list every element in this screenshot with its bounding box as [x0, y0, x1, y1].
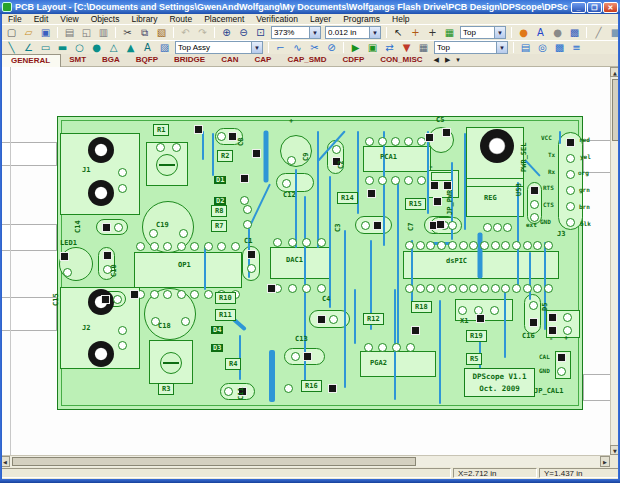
tab-bga[interactable]: BGA: [94, 54, 128, 66]
menu-verification[interactable]: Verification: [250, 14, 304, 24]
ic-pca1: [363, 146, 431, 172]
rectangle-button[interactable]: ▭: [37, 41, 54, 54]
tab-cdfp[interactable]: CDFP: [335, 54, 373, 66]
cut-icon: ✂: [123, 27, 131, 38]
tab-can[interactable]: CAN: [213, 54, 246, 66]
undo-button[interactable]: ↶: [177, 26, 194, 39]
horizontal-scroll-thumb[interactable]: [12, 457, 416, 466]
draw-layer-combo-dropdown-arrow[interactable]: ▼: [251, 42, 262, 53]
menu-programs[interactable]: Programs: [337, 14, 386, 24]
ellipse-button[interactable]: ○: [71, 41, 88, 54]
pad: [150, 242, 159, 251]
tab-cap[interactable]: CAP: [247, 54, 280, 66]
square-pad: [61, 253, 68, 260]
copper-trace: [478, 232, 483, 278]
drc-button[interactable]: ▼: [398, 41, 415, 54]
route-manual-button[interactable]: ⌐: [272, 41, 289, 54]
menu-edit[interactable]: Edit: [28, 14, 55, 24]
menu-file[interactable]: File: [2, 14, 28, 24]
component-layer-combo-dropdown-arrow[interactable]: ▼: [494, 27, 505, 38]
menu-library[interactable]: Library: [125, 14, 163, 24]
filled-ellipse-button[interactable]: ●: [88, 41, 105, 54]
filled-rectangle-button[interactable]: ▬: [54, 41, 71, 54]
save-button[interactable]: ▣: [37, 26, 54, 39]
label-c7: C7: [407, 223, 415, 231]
marker-gray-button[interactable]: ●: [549, 26, 566, 39]
import-button[interactable]: ⇄: [381, 41, 398, 54]
open-button[interactable]: ▱: [20, 26, 37, 39]
signal-layer-combo-value: Top: [435, 43, 496, 52]
tab-cap_smd[interactable]: CAP_SMD: [279, 54, 334, 66]
redo-button[interactable]: ↷: [194, 26, 211, 39]
run-autorouter-button[interactable]: ▶: [347, 41, 364, 54]
picture-button[interactable]: ▨: [156, 41, 173, 54]
menu-route[interactable]: Route: [163, 14, 198, 24]
component-layer-combo[interactable]: Top▼: [460, 26, 506, 39]
place-component-button[interactable]: ▦: [441, 26, 458, 39]
horizontal-scrollbar[interactable]: ◀ ▶: [0, 455, 610, 467]
zoom-scale-combo[interactable]: 373%▼: [271, 26, 321, 39]
signal-layer-combo-dropdown-arrow[interactable]: ▼: [496, 42, 507, 53]
copper-button[interactable]: ▩: [551, 41, 568, 54]
tabs-scroll-left-button[interactable]: ◀: [431, 56, 442, 64]
close-button[interactable]: ✕: [603, 2, 618, 13]
grid-step-combo-dropdown-arrow[interactable]: ▼: [369, 27, 380, 38]
measure-button[interactable]: +: [407, 26, 424, 39]
draw-layer-combo[interactable]: Top Assy▼: [175, 41, 263, 54]
copy-button[interactable]: ⧉: [136, 26, 153, 39]
pcb-canvas[interactable]: DPScope V1.1 Oct. 2009 J1J2LED1C19C18OP1…: [0, 67, 610, 455]
zoom-window-button[interactable]: ⊡: [252, 26, 269, 39]
menu-layer[interactable]: Layer: [304, 14, 337, 24]
marker-orange-button[interactable]: ●: [515, 26, 532, 39]
scroll-right-arrow[interactable]: ▶: [600, 456, 610, 467]
square-pad: [374, 222, 381, 229]
route-smart-button[interactable]: ∿: [289, 41, 306, 54]
connection-button[interactable]: ╱: [590, 26, 607, 39]
tab-smt[interactable]: SMT: [61, 54, 94, 66]
grid-step-combo[interactable]: 0.012 in▼: [325, 26, 381, 39]
menu-placement[interactable]: Placement: [198, 14, 250, 24]
update-board-button[interactable]: ▣: [364, 41, 381, 54]
menu-view[interactable]: View: [54, 14, 84, 24]
grid-toggle-button[interactable]: ▦: [415, 41, 432, 54]
tab-con_misc[interactable]: CON_MISC: [372, 54, 430, 66]
polygon-button[interactable]: △: [105, 41, 122, 54]
label-r12: R12: [363, 313, 384, 325]
place-origin-button[interactable]: +: [424, 26, 441, 39]
route-cut-button[interactable]: ✂: [306, 41, 323, 54]
tabs-scroll-right-button[interactable]: ▶: [442, 56, 453, 64]
tab-bqfp[interactable]: BQFP: [128, 54, 166, 66]
maximize-button[interactable]: ❐: [587, 2, 602, 13]
tabs-menu-button[interactable]: ▾: [453, 56, 463, 64]
cut-button[interactable]: ✂: [119, 26, 136, 39]
new-button[interactable]: ▢: [3, 26, 20, 39]
page-setup-button[interactable]: ▥: [95, 26, 112, 39]
zoom-out-button[interactable]: ⊖: [235, 26, 252, 39]
print-button[interactable]: ▤: [61, 26, 78, 39]
text-button[interactable]: A: [139, 41, 156, 54]
zoom-scale-combo-dropdown-arrow[interactable]: ▼: [309, 27, 320, 38]
menu-help[interactable]: Help: [386, 14, 415, 24]
signal-layer-combo[interactable]: Top▼: [434, 41, 508, 54]
route-delete-button[interactable]: ⊘: [323, 41, 340, 54]
tab-bridge[interactable]: BRIDGE: [166, 54, 213, 66]
net-class-button[interactable]: ▩: [566, 26, 583, 39]
text-style-button[interactable]: A: [532, 26, 549, 39]
paste-button[interactable]: ▧: [153, 26, 170, 39]
menu-objects[interactable]: Objects: [85, 14, 126, 24]
minimize-button[interactable]: _: [571, 2, 586, 13]
zoom-in-button[interactable]: ⊕: [218, 26, 235, 39]
polyline-button[interactable]: ∠: [20, 41, 37, 54]
pointer-button[interactable]: ↖: [390, 26, 407, 39]
pad: [364, 343, 373, 352]
label-r14: R14: [337, 192, 358, 204]
titlebar[interactable]: PCB Layout - [C:\Documents and Settings\…: [0, 0, 620, 14]
print-preview-button[interactable]: ◱: [78, 26, 95, 39]
window-title: PCB Layout - [C:\Documents and Settings\…: [15, 2, 568, 12]
filled-polygon-button[interactable]: ▲: [122, 41, 139, 54]
layer-pairs-button[interactable]: ▤: [517, 41, 534, 54]
line-button[interactable]: ╲: [3, 41, 20, 54]
statistics-button[interactable]: ≡: [568, 41, 585, 54]
tab-general[interactable]: GENERAL: [0, 54, 61, 67]
via-style-button[interactable]: ◎: [534, 41, 551, 54]
